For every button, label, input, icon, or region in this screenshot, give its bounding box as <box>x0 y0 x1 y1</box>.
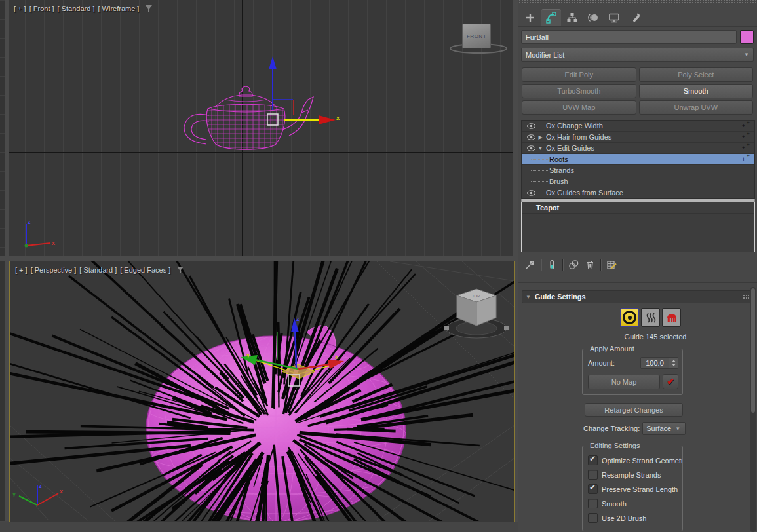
strands-mode-button[interactable] <box>641 308 660 327</box>
tab-modify[interactable] <box>541 9 561 26</box>
visibility-eye-icon[interactable] <box>527 190 536 196</box>
checkbox-box[interactable] <box>588 484 598 494</box>
remove-modifier-button[interactable] <box>584 259 596 271</box>
selection-status: Guide 145 selected <box>554 333 757 341</box>
tab-display[interactable] <box>604 9 624 26</box>
amount-spinner[interactable]: 100.0 <box>640 357 678 369</box>
modifier-label[interactable]: Ox Guides from Surface <box>546 189 623 197</box>
toolbar-divider <box>541 259 541 271</box>
subobject-label[interactable]: Strands <box>549 166 574 174</box>
tab-motion[interactable] <box>583 9 603 26</box>
subobject-label[interactable]: Roots <box>549 155 568 163</box>
panel-resize-grip[interactable] <box>627 281 649 285</box>
expand-collapsed-icon[interactable]: ▶ <box>536 134 545 140</box>
button-unwrap-uvw[interactable]: Unwrap UVW <box>639 100 754 115</box>
make-unique-button[interactable] <box>568 259 579 271</box>
checkbox-box[interactable] <box>588 499 598 508</box>
move-gizmo[interactable] <box>10 261 514 521</box>
viewcube-front-label[interactable]: FRONT <box>467 33 486 39</box>
checkbox-resample-strands[interactable]: Resample Strands <box>588 470 682 480</box>
brush-mode-button[interactable] <box>662 308 681 327</box>
button-smooth[interactable]: Smooth <box>639 84 754 98</box>
checkbox-box[interactable] <box>588 513 598 523</box>
spinner-arrows[interactable] <box>669 358 678 368</box>
strands-mode-icon <box>645 312 657 324</box>
tripod-z-label: z <box>39 483 42 489</box>
stack-row-ox-guides-from-surface[interactable]: Ox Guides from Surface <box>522 187 754 198</box>
base-object-label[interactable]: Teapot <box>536 204 559 212</box>
panel-drag-texture[interactable] <box>518 0 757 5</box>
stack-row-ox-change-width[interactable]: Ox Change Width <box>522 121 754 132</box>
visibility-eye-icon[interactable] <box>527 123 536 129</box>
viewport-menu-general[interactable]: [ + ] <box>14 5 26 12</box>
amount-value[interactable]: 100.0 <box>641 359 669 367</box>
rollout-guide-settings-body: Guide 145 selected Apply Amount Amount: … <box>518 303 757 532</box>
viewport-menu-shading[interactable]: [ Edged Faces ] <box>120 266 170 274</box>
tab-create[interactable] <box>520 9 540 26</box>
make-unique-icon <box>568 259 579 270</box>
change-tracking-label: Change Tracking: <box>583 425 640 432</box>
stack-row-teapot[interactable]: Teapot <box>522 202 754 214</box>
viewport-splitter-horizontal[interactable] <box>0 256 518 261</box>
rollout-expanded-icon: ▼ <box>526 294 531 300</box>
button-poly-select[interactable]: Poly Select <box>639 67 754 82</box>
expand-expanded-icon[interactable]: ▼ <box>536 145 545 151</box>
tree-line <box>531 159 548 160</box>
checkbox-smooth[interactable]: Smooth <box>588 499 682 508</box>
stack-row-ox-edit-guides[interactable]: ▼Ox Edit Guides <box>522 143 754 154</box>
button-edit-poly[interactable]: Edit Poly <box>522 67 636 82</box>
retarget-changes-button[interactable]: Retarget Changes <box>585 403 683 417</box>
button-uvw-map[interactable]: UVW Map <box>522 100 636 115</box>
viewcube[interactable]: FRONT <box>462 24 491 48</box>
tab-utilities[interactable] <box>625 9 645 26</box>
viewcube[interactable]: TOP <box>442 285 514 344</box>
modifier-label[interactable]: Ox Hair from Guides <box>546 133 611 141</box>
visibility-eye-icon[interactable] <box>527 134 536 140</box>
stack-row-ox-hair-from-guides[interactable]: ▶Ox Hair from Guides <box>522 132 754 143</box>
object-color-swatch[interactable] <box>740 30 754 44</box>
modifier-handle-icon <box>741 121 750 131</box>
rollout-guide-settings-header[interactable]: ▼ Guide Settings <box>522 290 753 303</box>
modifier-label[interactable]: Ox Change Width <box>546 122 603 130</box>
checkbox-use-2d-brush[interactable]: Use 2D Brush <box>588 513 682 523</box>
offscreen-viewport-sliver <box>0 0 5 256</box>
modifier-list-dropdown[interactable]: Modifier List ▼ <box>521 48 754 62</box>
apply-amount-group: Apply Amount Amount: 100.0 No Map ✔ <box>582 349 683 395</box>
checkbox-box[interactable] <box>588 455 598 465</box>
stack-row-brush[interactable]: Brush <box>522 176 754 187</box>
viewport-filter-icon[interactable] <box>145 5 153 12</box>
viewport-label-bar: [ + ] [ Front ] [ Standard ] [ Wireframe… <box>14 5 153 12</box>
button-turbosmooth[interactable]: TurboSmooth <box>522 84 636 98</box>
viewport-menu-pov[interactable]: [ Front ] <box>29 5 54 12</box>
viewport-menu-general[interactable]: [ + ] <box>15 266 28 274</box>
checkbox-optimize-strand-geometry[interactable]: Optimize Strand Geometry <box>588 455 682 465</box>
amount-map-button[interactable]: No Map <box>588 375 660 389</box>
checkbox-preserve-strand-length[interactable]: Preserve Strand Length <box>588 484 682 494</box>
object-name-field[interactable]: FurBall <box>521 30 737 44</box>
axis-tripod <box>14 478 73 517</box>
roots-mode-button[interactable] <box>620 308 639 327</box>
change-tracking-dropdown[interactable]: Surface ▼ <box>642 422 686 435</box>
modifier-label[interactable]: Ox Edit Guides <box>546 144 594 152</box>
viewport-menu-pov[interactable]: [ Perspective ] <box>31 266 77 274</box>
create-icon <box>524 12 536 24</box>
viewport-filter-icon[interactable] <box>176 267 184 274</box>
viewport-menu-renderer[interactable]: [ Standard ] <box>58 5 95 12</box>
show-end-result-button[interactable] <box>546 259 558 271</box>
subobject-label[interactable]: Brush <box>549 178 568 185</box>
remove-map-button[interactable]: ✔ <box>663 374 678 389</box>
visibility-eye-icon[interactable] <box>527 145 536 151</box>
panel-scrollbar[interactable] <box>750 287 756 532</box>
scrollbar-thumb[interactable] <box>751 288 755 413</box>
viewport-menu-shading[interactable]: [ Wireframe ] <box>98 5 139 12</box>
tab-hierarchy[interactable] <box>562 9 582 26</box>
configure-modifier-sets-button[interactable] <box>606 259 617 271</box>
pin-stack-button[interactable] <box>524 259 536 271</box>
modifier-handle-icon <box>741 143 750 153</box>
viewport-front[interactable]: x z x FRONT [ + ] [ Front ] [ Standard ]… <box>9 0 513 256</box>
viewport-menu-renderer[interactable]: [ Standard ] <box>79 266 117 274</box>
checkbox-box[interactable] <box>588 470 598 480</box>
viewport-perspective[interactable]: z y x z y x TOP [ + ] [ Perspective ] [ … <box>9 261 515 522</box>
stack-row-roots[interactable]: Roots <box>522 154 754 165</box>
stack-row-strands[interactable]: Strands <box>522 165 754 176</box>
